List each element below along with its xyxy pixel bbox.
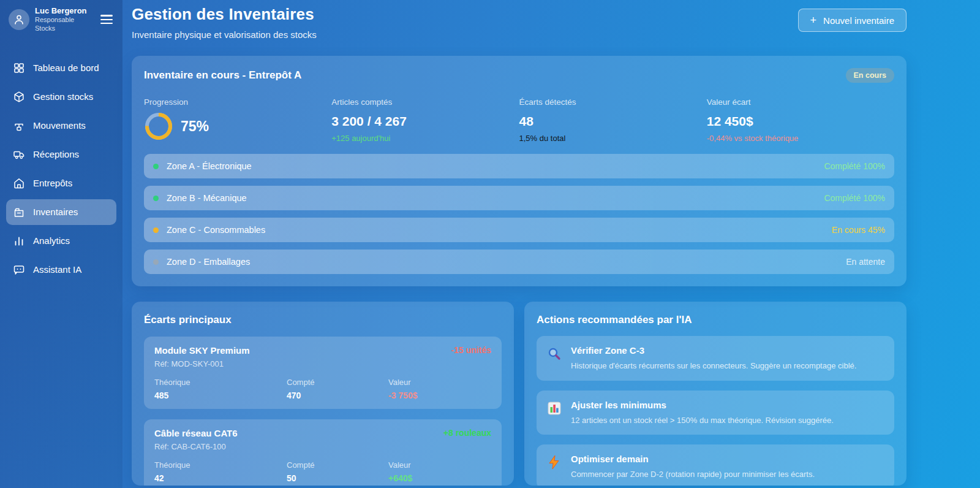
- discrepancies-card: Écarts principaux Module SKY Premium -15…: [132, 302, 514, 486]
- sidebar-item-label: Gestion stocks: [33, 91, 93, 102]
- zone-status-dot: [153, 259, 159, 265]
- user-meta: Luc Bergeron Responsable Stocks: [35, 6, 94, 33]
- stat-progression: Progression 75%: [144, 97, 331, 143]
- app-window: Luc Bergeron Responsable Stocks Tableau …: [0, 0, 980, 488]
- package-box-icon: [13, 91, 25, 103]
- user-name: Luc Bergeron: [35, 6, 94, 16]
- item-name: Module SKY Premium: [154, 345, 250, 356]
- zone-name: Zone C - Consommables: [167, 225, 265, 235]
- zones-list: Zone A - Électronique Complété 100% Zone…: [144, 154, 894, 274]
- page-header: Gestion des Inventaires Inventaire physi…: [132, 5, 907, 40]
- action-description: 12 articles ont un stock réel > 150% du …: [571, 415, 834, 426]
- zone-row-c[interactable]: Zone C - Consommables En cours 45%: [144, 218, 894, 242]
- stat-value: 48: [519, 114, 707, 129]
- col-value-theorique: 42: [154, 473, 287, 483]
- sidebar-item-receptions[interactable]: Réceptions: [6, 142, 116, 167]
- col-label-theorique: Théorique: [154, 378, 287, 387]
- col-value-valeur: +640$: [388, 473, 491, 483]
- col-value-compte: 50: [287, 473, 388, 483]
- analytics-bars-icon: [13, 235, 25, 247]
- sidebar-item-mouvements[interactable]: Mouvements: [6, 113, 116, 139]
- zone-name: Zone A - Électronique: [167, 161, 252, 171]
- col-label-compte: Compté: [287, 460, 388, 470]
- stat-valeur: Valeur écart 12 450$ -0,44% vs stock thé…: [707, 97, 894, 143]
- zone-name: Zone D - Emballages: [167, 257, 250, 267]
- stat-label: Écarts détectés: [519, 97, 707, 107]
- sidebar-item-label: Entrepôts: [33, 178, 72, 188]
- col-label-valeur: Valeur: [388, 460, 491, 470]
- stat-value: 12 450$: [707, 114, 894, 129]
- zone-name: Zone B - Mécanique: [167, 193, 247, 203]
- ai-actions-card-title: Actions recommandées par l'IA: [537, 314, 894, 326]
- sidebar-item-analytics[interactable]: Analytics: [6, 228, 116, 254]
- magnifier-icon: [547, 346, 562, 361]
- zone-status-label: En attente: [846, 257, 885, 267]
- zone-status-label: Complété 100%: [824, 161, 885, 171]
- hamburger-menu-icon[interactable]: [99, 10, 114, 29]
- sidebar-item-gestion-stocks[interactable]: Gestion stocks: [6, 84, 116, 110]
- stat-label: Articles comptés: [331, 97, 519, 107]
- progress-percent: 75%: [181, 118, 209, 135]
- action-description: Historique d'écarts récurrents sur les c…: [571, 360, 856, 372]
- col-label-valeur: Valeur: [388, 378, 491, 387]
- page-subtitle: Inventaire physique et valorisation des …: [132, 29, 317, 40]
- status-badge: En cours: [846, 68, 895, 83]
- avatar: [9, 9, 29, 30]
- item-delta: +8 rouleaux: [443, 428, 491, 438]
- zone-status-dot: [153, 227, 159, 233]
- dashboard-grid-icon: [13, 62, 25, 74]
- inventory-card-title: Inventaire en cours - Entrepôt A: [144, 69, 301, 82]
- stat-subtext: -0,44% vs stock théorique: [707, 134, 894, 143]
- zone-row-b[interactable]: Zone B - Mécanique Complété 100%: [144, 186, 894, 210]
- sidebar-item-inventaires[interactable]: Inventaires: [6, 199, 116, 225]
- discrepancy-item[interactable]: Câble réseau CAT6 +8 rouleaux Réf: CAB-C…: [144, 419, 502, 486]
- action-title: Vérifier Zone C-3: [571, 345, 856, 356]
- col-value-theorique: 485: [154, 391, 287, 400]
- discrepancies-card-title: Écarts principaux: [144, 314, 502, 326]
- person-icon: [13, 13, 25, 26]
- action-title: Ajuster les minimums: [571, 400, 834, 410]
- user-profile: Luc Bergeron Responsable Stocks: [6, 5, 116, 34]
- sidebar-item-label: Réceptions: [33, 149, 79, 159]
- discrepancy-item[interactable]: Module SKY Premium -15 unités Réf: MOD-S…: [144, 337, 502, 409]
- zone-status-label: En cours 45%: [832, 225, 885, 235]
- ai-action-optimize-tomorrow[interactable]: Optimiser demain Commencer par Zone D-2 …: [537, 444, 894, 486]
- col-value-valeur: -3 750$: [388, 391, 491, 400]
- col-value-compte: 470: [287, 391, 388, 400]
- inventory-progress-card: Inventaire en cours - Entrepôt A En cour…: [132, 56, 907, 286]
- stat-label: Valeur écart: [707, 97, 894, 107]
- main-content: Gestion des Inventaires Inventaire physi…: [123, 0, 980, 488]
- zone-status-dot: [153, 196, 159, 201]
- stat-ecarts: Écarts détectés 48 1,5% du total: [519, 97, 707, 143]
- item-name: Câble réseau CAT6: [154, 428, 238, 438]
- sidebar: Luc Bergeron Responsable Stocks Tableau …: [0, 0, 123, 488]
- sidebar-item-assistant-ia[interactable]: Assistant IA: [6, 257, 116, 283]
- ai-action-adjust-minimums[interactable]: Ajuster les minimums 12 articles ont un …: [537, 391, 894, 435]
- sidebar-nav: Tableau de bord Gestion stocks Mouvement…: [6, 55, 116, 283]
- plus-icon: +: [810, 15, 817, 26]
- warehouse-home-icon: [13, 177, 25, 189]
- stat-articles: Articles comptés 3 200 / 4 267 +125 aujo…: [331, 97, 519, 143]
- new-inventory-button-label: Nouvel inventaire: [823, 15, 894, 26]
- new-inventory-button[interactable]: + Nouvel inventaire: [798, 9, 907, 32]
- item-reference: Réf: CAB-CAT6-100: [154, 442, 491, 451]
- ai-action-verify-zone[interactable]: Vérifier Zone C-3 Historique d'écarts ré…: [537, 336, 894, 381]
- sidebar-item-tableau-de-bord[interactable]: Tableau de bord: [6, 55, 116, 81]
- sidebar-item-label: Tableau de bord: [33, 63, 99, 73]
- ai-actions-card: Actions recommandées par l'IA Vérifier Z…: [524, 302, 907, 486]
- item-reference: Réf: MOD-SKY-001: [154, 359, 491, 368]
- junction-icon: [13, 120, 25, 132]
- lightning-icon: [547, 455, 562, 470]
- col-label-compte: Compté: [287, 378, 388, 387]
- sidebar-item-entrepots[interactable]: Entrepôts: [6, 170, 116, 196]
- zone-row-a[interactable]: Zone A - Électronique Complété 100%: [144, 154, 894, 178]
- stat-label: Progression: [144, 97, 331, 107]
- zone-row-d[interactable]: Zone D - Emballages En attente: [144, 250, 894, 274]
- sidebar-item-label: Analytics: [33, 235, 70, 246]
- zone-status-label: Complété 100%: [824, 193, 885, 203]
- action-description: Commencer par Zone D-2 (rotation rapide)…: [571, 469, 815, 480]
- stat-value: 3 200 / 4 267: [331, 114, 519, 129]
- bar-chart-emoji-icon: [547, 401, 562, 416]
- col-label-theorique: Théorique: [154, 460, 287, 470]
- user-role: Responsable Stocks: [35, 16, 94, 33]
